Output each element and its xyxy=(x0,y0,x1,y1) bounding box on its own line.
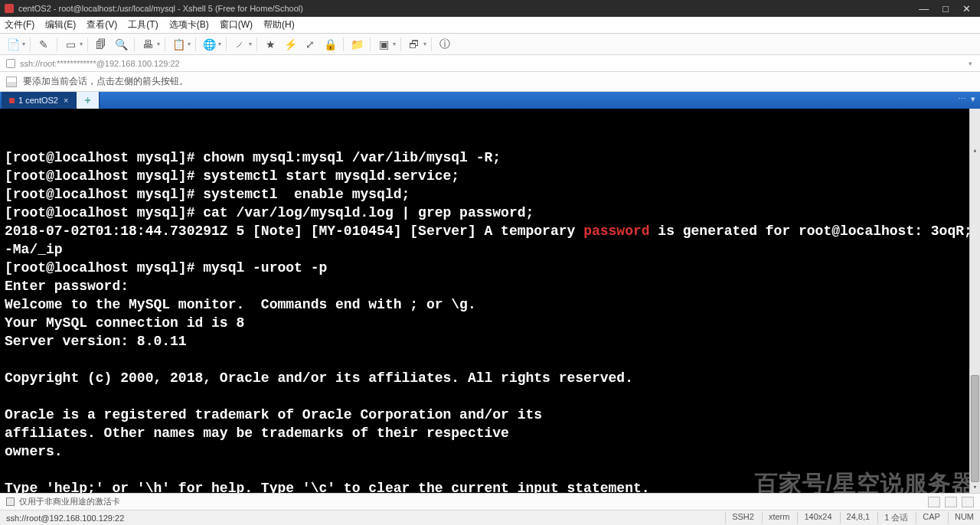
session-status-icon xyxy=(9,98,15,103)
new-tab-button[interactable]: + xyxy=(77,92,99,109)
scroll-thumb[interactable] xyxy=(971,375,979,482)
fullscreen-icon[interactable]: ⤢ xyxy=(302,36,318,53)
minimize-button[interactable]: — xyxy=(919,3,929,15)
bottom-btn-2[interactable] xyxy=(945,497,957,507)
session-tab-strip: 1 centOS2 × + ⋯ ▾ xyxy=(0,92,980,109)
menu-help[interactable]: 帮助(H) xyxy=(263,18,295,31)
status-capslock: CAP xyxy=(916,512,940,523)
status-numlock: NUM xyxy=(948,512,974,523)
status-dimensions: 140x24 xyxy=(797,512,831,523)
address-text: ssh://root:************@192.168.100.129:… xyxy=(20,59,180,68)
open-icon[interactable]: ▭ xyxy=(62,36,79,53)
watermark-text: 百家号/星空说服务器 xyxy=(755,474,975,493)
menu-tabs[interactable]: 选项卡(B) xyxy=(169,18,209,31)
scroll-down-icon[interactable]: ▾ xyxy=(970,482,980,493)
copy-icon[interactable]: 🗐 xyxy=(93,36,109,53)
help-icon[interactable]: ⓘ xyxy=(436,36,453,53)
run-icon[interactable]: ⚡ xyxy=(282,36,299,53)
menu-file[interactable]: 文件(F) xyxy=(5,18,34,31)
bookmark-bar-icon[interactable] xyxy=(6,77,17,87)
tab-menu-icon[interactable]: ⋯ xyxy=(958,94,966,104)
globe-icon[interactable]: 🌐 xyxy=(201,36,217,53)
status-connection: ssh://root@192.168.100.129:22 xyxy=(6,514,124,523)
tab-close-icon[interactable]: × xyxy=(64,96,68,105)
search-icon[interactable]: 🔍 xyxy=(113,36,129,53)
license-icon xyxy=(6,497,15,506)
window-title: centOS2 - root@localhost:/usr/local/mysq… xyxy=(18,4,919,13)
maximize-button[interactable]: □ xyxy=(942,3,949,15)
menu-bar: 文件(F) 编辑(E) 查看(V) 工具(T) 选项卡(B) 窗口(W) 帮助(… xyxy=(0,17,980,34)
status-cursor-pos: 24,8,1 xyxy=(840,512,871,523)
status-session-count: 1 会话 xyxy=(877,512,908,523)
terminal-pane[interactable]: [root@localhost mysql]# chown mysql:mysq… xyxy=(0,109,980,493)
new-session-icon[interactable]: 📄 xyxy=(5,36,21,53)
status-termtype: xterm xyxy=(762,512,790,523)
scroll-up-icon[interactable]: ▴ xyxy=(970,145,980,156)
bottom-btn-3[interactable] xyxy=(962,497,974,507)
address-bar[interactable]: ssh://root:************@192.168.100.129:… xyxy=(0,55,980,72)
bookmark-icon[interactable]: ★ xyxy=(262,36,279,53)
info-text: 要添加当前会话，点击左侧的箭头按钮。 xyxy=(23,75,188,88)
chevron-down-icon[interactable]: ▾ xyxy=(969,60,972,67)
bottom-info-bar: 仅用于非商业用途的激活卡 xyxy=(0,493,980,510)
license-text: 仅用于非商业用途的激活卡 xyxy=(19,496,120,507)
window-titlebar: centOS2 - root@localhost:/usr/local/mysq… xyxy=(0,0,980,17)
menu-window[interactable]: 窗口(W) xyxy=(220,18,253,31)
menu-tools[interactable]: 工具(T) xyxy=(128,18,158,31)
folder-icon[interactable]: 📁 xyxy=(348,36,365,53)
lock-icon[interactable]: 🔒 xyxy=(322,36,338,53)
info-bar: 要添加当前会话，点击左侧的箭头按钮。 xyxy=(0,72,980,92)
bottom-btn-1[interactable] xyxy=(928,497,940,507)
home-icon[interactable] xyxy=(6,59,15,68)
reconnect-icon[interactable]: ✎ xyxy=(35,36,52,53)
menu-edit[interactable]: 编辑(E) xyxy=(45,18,76,31)
plus-icon: + xyxy=(84,94,90,106)
app-icon xyxy=(5,4,14,13)
tab-dropdown-icon[interactable]: ▾ xyxy=(971,94,975,104)
close-button[interactable]: ✕ xyxy=(962,3,971,15)
session-tab-1[interactable]: 1 centOS2 × xyxy=(2,92,77,109)
transfer-icon[interactable]: ▣ xyxy=(375,36,392,53)
properties-icon[interactable]: 📋 xyxy=(170,36,187,53)
status-protocol: SSH2 xyxy=(725,512,754,523)
print-icon[interactable]: 🖶 xyxy=(139,36,156,53)
status-bar: ssh://root@192.168.100.129:22 SSH2 xterm… xyxy=(0,510,980,525)
toolbar: 📄▾ ✎ ▭▾ 🗐 🔍 🖶▾ 📋▾ 🌐▾ ⟋▾ ★ ⚡ ⤢ 🔒 📁 ▣▾ 🗗▾ … xyxy=(0,34,980,55)
terminal-scrollbar[interactable]: ▴ ▾ xyxy=(969,109,980,493)
menu-view[interactable]: 查看(V) xyxy=(87,18,117,31)
highlight-icon[interactable]: ⟋ xyxy=(231,36,248,53)
tab-label: 1 centOS2 xyxy=(18,96,58,105)
font-icon[interactable]: 🗗 xyxy=(406,36,423,53)
